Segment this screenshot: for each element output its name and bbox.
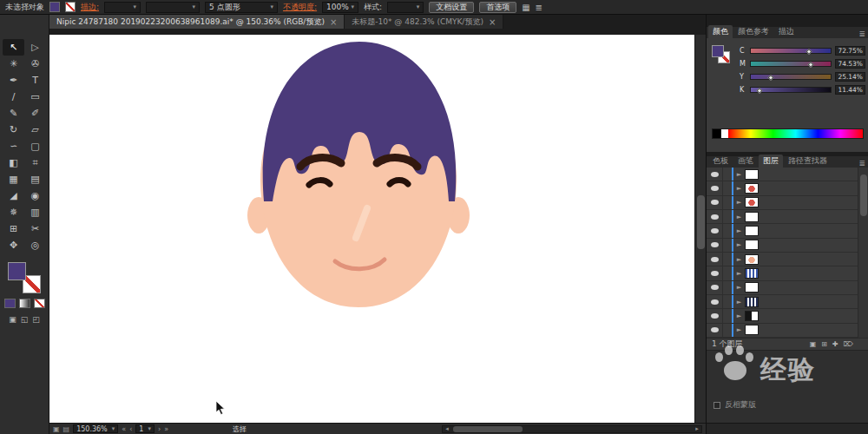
- black-swatch[interactable]: [713, 129, 720, 138]
- vertical-scrollbar-thumb[interactable]: [697, 195, 705, 249]
- workspace-switcher-icon[interactable]: ▦: [522, 3, 529, 12]
- eyedropper-tool[interactable]: ◢: [3, 187, 24, 204]
- channel-slider[interactable]: [750, 61, 832, 67]
- visibility-toggle[interactable]: [707, 266, 723, 279]
- width-profile-dropdown[interactable]: ▾: [146, 2, 200, 13]
- direct-selection-tool[interactable]: ▷: [24, 39, 46, 56]
- last-artboard-button[interactable]: »: [164, 425, 168, 433]
- type-tool[interactable]: T: [24, 72, 46, 89]
- tab-close-icon[interactable]: ×: [489, 17, 496, 27]
- gradient-button[interactable]: [19, 299, 30, 308]
- lock-cell[interactable]: [723, 210, 733, 223]
- channel-value[interactable]: 72.75%: [835, 46, 865, 56]
- status-icon-1[interactable]: ▣: [53, 425, 60, 433]
- lock-cell[interactable]: [723, 168, 733, 181]
- lock-cell[interactable]: [723, 281, 733, 294]
- layer-thumbnail[interactable]: [745, 297, 759, 307]
- fill-proxy-swatch[interactable]: [712, 45, 724, 57]
- color-spectrum-bar[interactable]: [728, 129, 863, 138]
- white-swatch[interactable]: [720, 129, 728, 138]
- invert-mask-checkbox[interactable]: [713, 402, 720, 409]
- visibility-toggle[interactable]: [707, 224, 723, 237]
- layer-row-3[interactable]: ►○: [707, 196, 868, 210]
- channel-value[interactable]: 11.44%: [835, 85, 865, 95]
- channel-slider-knob[interactable]: [767, 75, 773, 81]
- expand-triangle-icon[interactable]: ►: [733, 171, 745, 178]
- document-tab-1[interactable]: Nipic 24787180 20190223200638961089.ai* …: [49, 15, 345, 29]
- column-graph-tool[interactable]: ▥: [24, 204, 46, 220]
- layer-row-7[interactable]: ►○: [707, 253, 868, 266]
- artboard-canvas[interactable]: [49, 35, 694, 423]
- stroke-link[interactable]: 描边:: [81, 2, 99, 13]
- expand-triangle-icon[interactable]: ►: [733, 185, 745, 192]
- channel-slider[interactable]: [750, 74, 832, 80]
- pen-tool[interactable]: ✒: [3, 72, 24, 89]
- layer-row-12[interactable]: ►○: [707, 324, 868, 338]
- magic-wand-tool[interactable]: ✳: [3, 56, 24, 72]
- visibility-toggle[interactable]: [707, 239, 723, 252]
- draw-mode-1-icon[interactable]: ▣: [9, 315, 16, 324]
- channel-value[interactable]: 25.14%: [835, 72, 865, 82]
- channel-slider-knob[interactable]: [807, 62, 813, 68]
- channel-slider[interactable]: [750, 48, 832, 54]
- color-tab-描边[interactable]: 描边: [774, 25, 799, 38]
- layer-thumbnail[interactable]: [745, 197, 759, 207]
- zoom-dropdown[interactable]: 150.36%▾: [73, 424, 118, 433]
- next-artboard-button[interactable]: ›: [158, 425, 161, 433]
- channel-value[interactable]: 74.53%: [835, 59, 865, 69]
- layer-row-2[interactable]: ►○: [707, 181, 868, 195]
- lock-cell[interactable]: [723, 196, 733, 209]
- channel-slider-knob[interactable]: [806, 49, 812, 55]
- visibility-toggle[interactable]: [707, 281, 723, 294]
- expand-triangle-icon[interactable]: ►: [733, 312, 745, 319]
- visibility-toggle[interactable]: [707, 210, 723, 223]
- layer-thumbnail[interactable]: [745, 212, 759, 222]
- pencil-tool[interactable]: ✎: [3, 105, 24, 122]
- lasso-tool[interactable]: ✇: [24, 56, 46, 72]
- zoom-tool[interactable]: ◎: [24, 237, 46, 253]
- horizontal-scrollbar[interactable]: ◂ ▸: [442, 425, 702, 433]
- expand-triangle-icon[interactable]: ►: [733, 299, 745, 306]
- lock-cell[interactable]: [723, 224, 733, 237]
- panel-tab-路径查找器[interactable]: 路径查找器: [784, 155, 832, 168]
- lock-cell[interactable]: [723, 324, 733, 337]
- horizontal-scrollbar-thumb[interactable]: [453, 426, 523, 432]
- shape-builder-tool[interactable]: ◧: [3, 155, 24, 171]
- preferences-button[interactable]: 首选项: [479, 2, 516, 13]
- visibility-toggle[interactable]: [707, 253, 723, 266]
- layers-scrollbar[interactable]: [858, 168, 868, 338]
- opacity-link[interactable]: 不透明度:: [283, 2, 317, 13]
- layer-thumbnail[interactable]: [745, 226, 759, 236]
- layers-footer-icon-2[interactable]: ⊞: [821, 340, 827, 348]
- rectangle-tool[interactable]: ▭: [24, 89, 46, 105]
- expand-triangle-icon[interactable]: ►: [733, 227, 745, 234]
- lock-cell[interactable]: [723, 253, 733, 266]
- tab-close-icon[interactable]: ×: [330, 17, 337, 27]
- draw-mode-3-icon[interactable]: ◰: [32, 315, 40, 324]
- layer-thumbnail[interactable]: [745, 183, 759, 194]
- rotate-tool[interactable]: ↻: [3, 122, 24, 138]
- artboard-nav-dropdown[interactable]: 1▾: [135, 424, 155, 433]
- visibility-toggle[interactable]: [707, 196, 723, 209]
- fill-proxy-swatch[interactable]: [8, 262, 26, 280]
- layer-thumbnail[interactable]: [745, 254, 759, 265]
- document-tab-2[interactable]: 未标题-10* @ 482.3% (CMYK/预览)×: [345, 15, 503, 29]
- free-transform-tool[interactable]: ▢: [24, 138, 46, 155]
- layer-thumbnail[interactable]: [745, 268, 759, 279]
- lock-cell[interactable]: [723, 309, 733, 322]
- scale-tool[interactable]: ▱: [24, 122, 46, 138]
- slice-tool[interactable]: ✂: [24, 220, 46, 237]
- layers-footer-icon-3[interactable]: ✚: [832, 340, 838, 348]
- expand-triangle-icon[interactable]: ►: [733, 326, 745, 333]
- first-artboard-button[interactable]: «: [122, 425, 126, 433]
- panel-tab-色板[interactable]: 色板: [708, 155, 733, 168]
- document-setup-button[interactable]: 文档设置: [429, 2, 474, 13]
- blend-tool[interactable]: ◉: [24, 187, 46, 204]
- vertical-scrollbar[interactable]: [694, 35, 706, 423]
- expand-triangle-icon[interactable]: ►: [733, 199, 745, 206]
- visibility-toggle[interactable]: [707, 168, 723, 181]
- selection-tool[interactable]: ↖: [3, 39, 24, 56]
- layer-row-1[interactable]: ►○: [707, 168, 868, 181]
- layers-scrollbar-thumb[interactable]: [860, 174, 867, 216]
- artboard-tool[interactable]: ⊞: [3, 220, 24, 237]
